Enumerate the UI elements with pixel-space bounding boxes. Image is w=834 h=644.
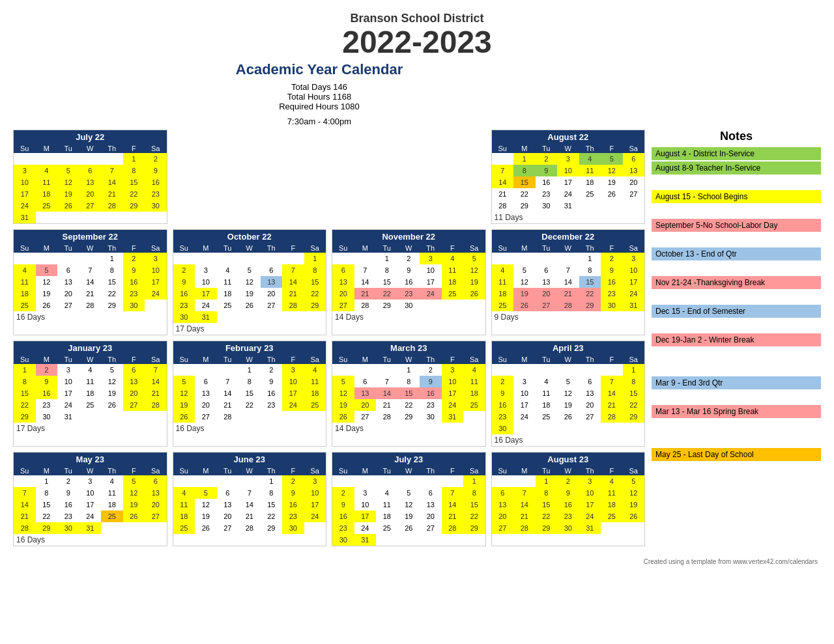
july22-header: July 22: [14, 130, 167, 144]
calendar-aug22: August 22 SuMTuWThFSa 123456 78910111213…: [491, 130, 646, 224]
total-days: Total Days 146: [236, 82, 403, 92]
feb23-days: 16 Days: [173, 423, 326, 434]
calendar-dec22: December 22 SuMTuWThFSa 123 45678910 111…: [491, 229, 646, 335]
apr23-body: 1 2345678 9101112131415 16171819202122 2…: [492, 364, 645, 434]
note-item-13: Dec 19-Jan 2 - Winter Break: [652, 333, 821, 346]
july22-days-header: SuMTuWThFSa: [14, 144, 167, 153]
oct22-days-header: SuMTuWThFSa: [173, 244, 326, 253]
aug23-days-header: SuMTuWThFSa: [492, 466, 645, 475]
jan23-days-header: SuMTuWThFSa: [14, 355, 167, 364]
total-hours: Total Hours 1168: [236, 92, 403, 102]
may23-header: May 23: [14, 453, 167, 466]
note-item-7: October 13 - End of Qtr: [652, 247, 821, 260]
aug23-header: August 23: [492, 453, 645, 466]
schedule: 7:30am - 4:00pm: [236, 117, 403, 126]
aug22-body: 123456 78910111213 14151617181920 212223…: [492, 153, 645, 212]
calendar-may23: May 23 SuMTuWThFSa 123456 78910111213 14…: [13, 452, 167, 546]
note-item-1: August 8-9 Teacher In-Service: [652, 161, 821, 175]
notes-title: Notes: [652, 130, 821, 143]
dec22-days-header: SuMTuWThFSa: [492, 244, 645, 253]
district-name: Branson School District: [7, 12, 827, 25]
feb23-body: 1234 567891011 12131415161718 1920212223…: [173, 364, 326, 423]
notes-list: August 4 - District In-ServiceAugust 8-9…: [652, 147, 821, 461]
jan23-header: January 23: [14, 341, 167, 355]
nov22-header: November 22: [332, 230, 485, 244]
note-item-21: May 25 - Last Day of School: [652, 448, 821, 461]
oct22-header: October 22: [173, 230, 326, 244]
nov22-days: 14 Days: [332, 311, 485, 323]
note-item-18: Mar 13 - Mar 16 Spring Break: [652, 405, 821, 418]
required-hours: Required Hours 1080: [236, 102, 403, 111]
note-item-14: [652, 348, 821, 361]
note-item-3: August 15 - School Begins: [652, 190, 821, 203]
calendar-july22: July 22 SuMTuWThFSa 12 3456789 101112131…: [13, 130, 167, 224]
jun23-header: June 23: [173, 453, 326, 466]
aug22-days: 11 Days: [492, 212, 645, 223]
notes-section: Notes August 4 - District In-ServiceAugu…: [652, 130, 821, 552]
oct22-days: 17 Days: [173, 323, 326, 335]
aug23-body: 12345 6789101112 13141516171819 20212223…: [492, 475, 645, 534]
note-item-11: Dec 15 - End of Semester: [652, 305, 821, 318]
apr23-days: 16 Days: [492, 434, 645, 446]
mar23-header: March 23: [332, 341, 485, 355]
calendar-nov22: November 22 SuMTuWThFSa 12345 6789101112…: [332, 229, 486, 335]
note-item-20: [652, 434, 821, 447]
mar23-days-header: SuMTuWThFSa: [332, 355, 485, 364]
note-item-10: [652, 290, 821, 303]
jan23-days: 17 Days: [14, 423, 167, 434]
jun23-body: 123 45678910 11121314151617 181920212223…: [173, 475, 326, 534]
note-item-19: [652, 419, 821, 432]
center-info-col2: [332, 130, 486, 224]
calendar-jul23: July 23 SuMTuWThFSa 1 2345678 9101112131…: [332, 452, 486, 546]
subtitle: Academic Year Calendar: [236, 61, 403, 78]
calendar-aug23: August 23 SuMTuWThFSa 12345 6789101112 1…: [491, 452, 646, 546]
calendar-mar23: March 23 SuMTuWThFSa 1234 567891011 1213…: [332, 341, 486, 447]
jul23-days-header: SuMTuWThFSa: [332, 466, 485, 475]
calendar-jan23: January 23 SuMTuWThFSa 1234567 891011121…: [13, 341, 167, 447]
sep22-days: 16 Days: [14, 311, 167, 323]
note-item-16: Mar 9 - End 3rd Qtr: [652, 376, 821, 389]
mar23-days: 14 Days: [332, 423, 485, 434]
footer-text: Created using a template from www.vertex…: [7, 555, 827, 568]
dec22-days: 9 Days: [492, 311, 645, 323]
aug22-days-header: SuMTuWThFSa: [492, 144, 645, 153]
note-item-15: [652, 362, 821, 375]
note-item-9: Nov 21-24 -Thanksgiving Break: [652, 276, 821, 289]
page-title: Branson School District 2022-2023: [7, 7, 827, 61]
note-item-17: [652, 391, 821, 404]
note-item-0: August 4 - District In-Service: [652, 147, 821, 160]
nov22-body: 12345 6789101112 13141516171819 20212223…: [332, 253, 485, 311]
apr23-header: April 23: [492, 341, 645, 355]
note-item-6: [652, 233, 821, 246]
calendar-oct22: October 22 SuMTuWThFSa 1 2345678 9101112…: [173, 229, 327, 335]
note-item-5: September 5-No School-Labor Day: [652, 219, 821, 232]
calendars-section: July 22 SuMTuWThFSa 12 3456789 101112131…: [13, 130, 645, 552]
nov22-days-header: SuMTuWThFSa: [332, 244, 485, 253]
jun23-days-header: SuMTuWThFSa: [173, 466, 326, 475]
note-item-8: [652, 262, 821, 275]
jan23-body: 1234567 891011121314 15161718192021 2223…: [14, 364, 167, 423]
dec22-body: 123 45678910 11121314151617 181920212223…: [492, 253, 645, 311]
may23-body: 123456 78910111213 14151617181920 212223…: [14, 475, 167, 534]
note-item-4: [652, 204, 821, 217]
calendar-feb23: February 23 SuMTuWThFSa 1234 567891011 1…: [173, 341, 327, 447]
apr23-days-header: SuMTuWThFSa: [492, 355, 645, 364]
sep22-days-header: SuMTuWThFSa: [14, 244, 167, 253]
calendar-sep22: September 22 SuMTuWThFSa 123 45678910 11…: [13, 229, 167, 335]
jul23-body: 1 2345678 9101112131415 16171819202122 2…: [332, 475, 485, 546]
may23-days-header: SuMTuWThFSa: [14, 466, 167, 475]
year-heading: 2022-2023: [7, 25, 827, 60]
sep22-body: 123 45678910 11121314151617 181920212223…: [14, 253, 167, 311]
feb23-header: February 23: [173, 341, 326, 355]
aug22-header: August 22: [492, 130, 645, 144]
note-item-2: [652, 176, 821, 189]
july22-body: 12 3456789 10111213141516 17181920212223…: [14, 153, 167, 223]
sep22-header: September 22: [14, 230, 167, 244]
calendar-apr23: April 23 SuMTuWThFSa 1 2345678 910111213…: [491, 341, 646, 447]
feb23-days-header: SuMTuWThFSa: [173, 355, 326, 364]
dec22-header: December 22: [492, 230, 645, 244]
note-item-12: [652, 319, 821, 332]
oct22-body: 1 2345678 9101112131415 16171819202122 2…: [173, 253, 326, 323]
calendar-jun23: June 23 SuMTuWThFSa 123 45678910 1112131…: [173, 452, 327, 546]
center-info-col1: [173, 130, 327, 224]
